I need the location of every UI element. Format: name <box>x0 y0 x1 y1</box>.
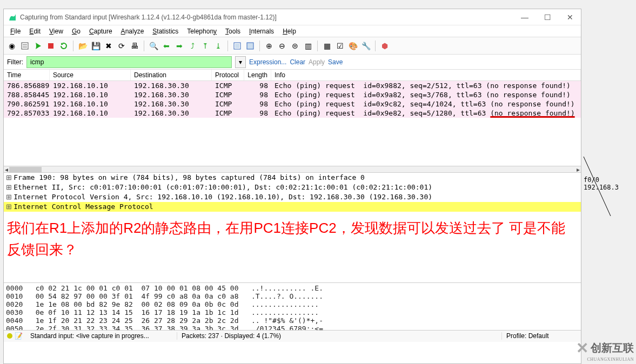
coloring-rules-icon[interactable]: 🎨 <box>347 40 359 52</box>
col-length[interactable]: Length <box>244 70 271 80</box>
watermark-logo: ✕创新互联 CHUANGXINHULIAN <box>576 339 634 362</box>
col-source[interactable]: Source <box>50 70 131 80</box>
tree-eth[interactable]: Ethernet II, Src: c0:01:07:10:00:01 (c0:… <box>4 183 581 192</box>
status-profile[interactable]: Profile: Default <box>502 332 578 340</box>
first-icon[interactable]: ⤒ <box>199 40 211 52</box>
packet-list-header: Time Source Destination Protocol Length … <box>4 70 581 81</box>
svg-rect-0 <box>22 43 28 49</box>
colorize-icon[interactable] <box>231 40 243 52</box>
back-icon[interactable]: ⬅ <box>160 40 172 52</box>
interfaces-icon[interactable]: ◉ <box>6 40 18 52</box>
menu-capture[interactable]: Capture <box>86 26 116 36</box>
zoom-reset-icon[interactable]: ⊜ <box>289 40 301 52</box>
packet-bytes[interactable]: 0000 c0 02 21 1c 00 01 c0 01 07 10 00 01… <box>4 282 581 330</box>
apply-button[interactable]: Apply <box>309 58 325 66</box>
capture-led-icon <box>7 333 12 339</box>
menu-help[interactable]: Help <box>279 26 299 36</box>
annotation-text: 我们在R1上添加的R2的静态路由，在用PC1连接PC2，发现数据可以发送过去了 … <box>4 212 581 282</box>
expert-info-icon[interactable]: 📝 <box>15 332 23 340</box>
hscroll[interactable]: ◂▸ <box>4 166 581 172</box>
menu-edit[interactable]: Edit <box>26 26 44 36</box>
restart-icon[interactable] <box>58 40 70 52</box>
zoom-in-icon[interactable]: ⊕ <box>263 40 275 52</box>
titlebar: Capturing from Standard input [Wireshark… <box>4 9 581 25</box>
save-icon[interactable]: 💾 <box>90 40 102 52</box>
help-icon[interactable]: ⬢ <box>379 40 391 52</box>
clear-button[interactable]: Clear <box>290 58 305 66</box>
resize-cols-icon[interactable]: ▥ <box>302 40 314 52</box>
display-filters-icon[interactable]: ☑ <box>334 40 346 52</box>
filter-input[interactable] <box>26 56 232 68</box>
autoscroll-icon[interactable] <box>244 40 256 52</box>
toolbar: ◉ 📂 💾 ✖ ⟳ 🖶 🔍 ⬅ ➡ ⤴ ⤒ ⤓ ⊕ ⊖ ⊜ ▥ ▦ ☑ 🎨 🔧 … <box>4 37 581 55</box>
zoom-out-icon[interactable]: ⊖ <box>276 40 288 52</box>
col-destination[interactable]: Destination <box>131 70 212 80</box>
filter-label: Filter: <box>7 58 23 66</box>
menu-analyze[interactable]: Analyze <box>118 26 148 36</box>
filter-bar: Filter: ▾ Expression... Clear Apply Save <box>4 55 581 70</box>
goto-icon[interactable]: ⤴ <box>186 40 198 52</box>
app-icon <box>8 13 17 22</box>
stop-icon[interactable] <box>45 40 57 52</box>
open-icon[interactable]: 📂 <box>77 40 89 52</box>
minimize-button[interactable]: — <box>518 13 531 22</box>
svg-rect-1 <box>48 43 53 49</box>
prefs-icon[interactable]: 🔧 <box>360 40 372 52</box>
menu-view[interactable]: View <box>46 26 66 36</box>
capture-filters-icon[interactable]: ▦ <box>321 40 333 52</box>
save-filter-button[interactable]: Save <box>328 58 343 66</box>
menu-internals[interactable]: Internals <box>246 26 277 36</box>
menu-telephony[interactable]: Telephony <box>184 26 220 36</box>
svg-rect-4 <box>247 43 253 49</box>
tree-ip[interactable]: Internet Protocol Version 4, Src: 192.16… <box>4 192 581 202</box>
tree-frame[interactable]: Frame 190: 98 bytes on wire (784 bits), … <box>4 173 581 183</box>
close-file-icon[interactable]: ✖ <box>103 40 115 52</box>
find-icon[interactable]: 🔍 <box>148 40 159 52</box>
svg-rect-3 <box>235 44 239 48</box>
packet-row[interactable]: 790.862591192.168.10.10192.168.30.30ICMP… <box>4 99 581 109</box>
menu-statistics[interactable]: Statistics <box>149 26 182 36</box>
menubar: File Edit View Go Capture Analyze Statis… <box>4 25 581 37</box>
maximize-button[interactable]: ☐ <box>541 13 554 22</box>
col-info[interactable]: Info <box>271 70 581 80</box>
options-icon[interactable] <box>19 40 31 52</box>
reload-icon[interactable]: ⟳ <box>116 40 128 52</box>
start-icon[interactable] <box>32 40 44 52</box>
logo-icon: ✕ <box>576 339 588 357</box>
expression-button[interactable]: Expression... <box>249 58 286 66</box>
packet-list[interactable]: Time Source Destination Protocol Length … <box>4 70 581 166</box>
menu-file[interactable]: File <box>7 26 24 36</box>
packet-row[interactable]: 786.856889192.168.10.10192.168.30.30ICMP… <box>4 81 581 90</box>
window-title: Capturing from Standard input [Wireshark… <box>20 14 518 21</box>
tree-icmp[interactable]: Internet Control Message Protocol <box>4 202 581 212</box>
col-time[interactable]: Time <box>4 70 50 80</box>
packet-row[interactable]: 788.858445192.168.10.10192.168.30.30ICMP… <box>4 90 581 99</box>
statusbar: 📝 Standard input: <live capture in progr… <box>4 330 581 342</box>
col-protocol[interactable]: Protocol <box>212 70 244 80</box>
menu-tools[interactable]: Tools <box>222 26 244 36</box>
filter-dropdown[interactable]: ▾ <box>235 56 246 68</box>
forward-icon[interactable]: ➡ <box>173 40 185 52</box>
status-capture: Standard input: <live capture in progres… <box>26 332 177 340</box>
packet-details[interactable]: Frame 190: 98 bytes on wire (784 bits), … <box>4 172 581 212</box>
packet-row[interactable]: 792.857033192.168.10.10192.168.30.30ICMP… <box>4 109 581 118</box>
last-icon[interactable]: ⤓ <box>212 40 224 52</box>
menu-go[interactable]: Go <box>69 26 84 36</box>
wireshark-window: Capturing from Standard input [Wireshark… <box>3 9 581 364</box>
status-packets: Packets: 237 · Displayed: 4 (1.7%) <box>177 332 502 340</box>
close-button[interactable]: ✕ <box>564 13 577 22</box>
print-icon[interactable]: 🖶 <box>129 40 140 52</box>
